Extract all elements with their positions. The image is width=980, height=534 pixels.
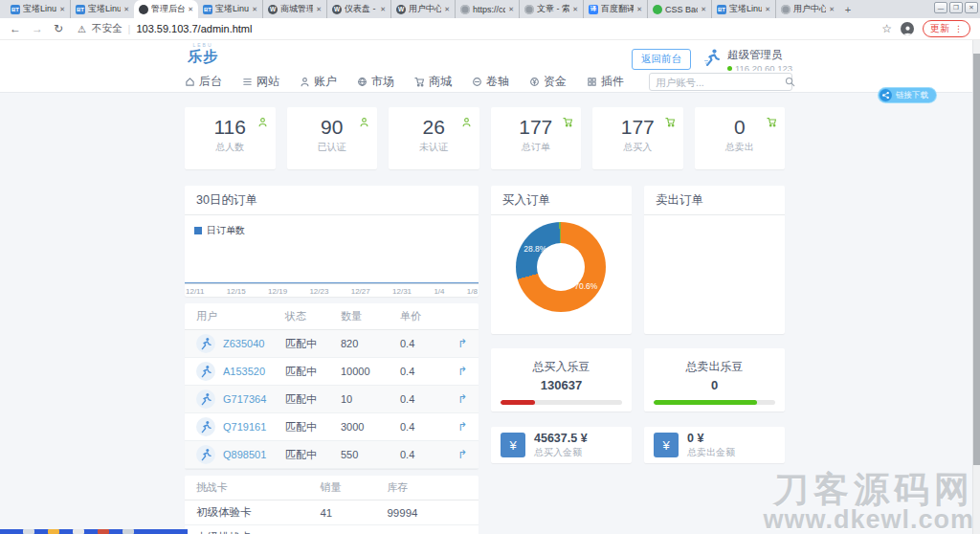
- nav-item-globe[interactable]: 市场: [357, 74, 394, 90]
- browser-tab[interactable]: W商城管理 - 3✕: [262, 0, 326, 18]
- wp-favicon: W: [268, 5, 278, 14]
- tab-close-icon[interactable]: ✕: [701, 6, 706, 13]
- browser-tab[interactable]: BT宝塔Linux面✕: [711, 0, 775, 18]
- tab-title: 管理后台: [151, 3, 185, 15]
- tab-close-icon[interactable]: ✕: [636, 6, 642, 13]
- warning-icon: ⚠: [78, 24, 86, 34]
- scroll-icon: [472, 77, 482, 87]
- nav-item-money[interactable]: 资金: [529, 74, 567, 90]
- tab-close-icon[interactable]: ✕: [252, 6, 257, 13]
- user-link[interactable]: Q719161: [223, 421, 266, 433]
- search-box[interactable]: [649, 73, 792, 91]
- nav-item-scroll[interactable]: 卷轴: [472, 74, 509, 90]
- chart-legend[interactable]: 日订单数: [194, 224, 245, 237]
- nav-item-user[interactable]: 账户: [300, 74, 337, 90]
- x-tick-label: 1/8: [467, 287, 478, 296]
- browser-tab[interactable]: 文章 - 索引✕: [519, 0, 583, 18]
- share-nodes-icon: [880, 89, 892, 101]
- address-bar[interactable]: ⚠ 不安全 | 103.59.103.7/admin.html: [78, 22, 252, 35]
- tab-close-icon[interactable]: ✕: [123, 6, 129, 13]
- browser-toolbar: ← → ↻ ⚠ 不安全 | 103.59.103.7/admin.html ☆ …: [0, 18, 980, 40]
- user-link[interactable]: G717364: [223, 393, 266, 405]
- legend-swatch: [194, 227, 202, 234]
- amount-sell-label: 总卖出金额: [687, 446, 735, 459]
- nav-item-cart[interactable]: 商城: [414, 74, 452, 90]
- order-action-arrow-icon[interactable]: ↱: [446, 392, 467, 406]
- order-row[interactable]: Q898501匹配中5500.4↱: [185, 441, 479, 469]
- line-series: [185, 256, 479, 284]
- buy-donut-chart: 70.6%28.8%: [491, 215, 632, 334]
- runner-avatar-icon: [196, 334, 215, 353]
- floating-download-badge[interactable]: 链接下载: [879, 88, 936, 102]
- browser-tab[interactable]: BT宝塔Linux面✕: [70, 0, 134, 18]
- stat-label: 已认证: [287, 141, 378, 154]
- site-logo[interactable]: LEBU 乐步: [188, 42, 218, 66]
- user-icon: [461, 114, 472, 131]
- minimize-icon[interactable]: —: [934, 2, 947, 13]
- search-icon[interactable]: [785, 74, 795, 91]
- profile-avatar-icon[interactable]: [901, 22, 914, 35]
- tab-close-icon[interactable]: ✕: [316, 6, 322, 13]
- user-icon: [300, 77, 310, 87]
- x-axis-labels: 12/1112/1512/1912/2312/2712/311/41/8: [185, 287, 479, 296]
- tab-close-icon[interactable]: ✕: [188, 6, 193, 13]
- tab-close-icon[interactable]: ✕: [829, 6, 835, 13]
- order-action-arrow-icon[interactable]: ↱: [446, 420, 467, 434]
- refresh-icon[interactable]: ↻: [54, 23, 63, 34]
- bookmark-star-icon[interactable]: ☆: [881, 22, 892, 35]
- browser-tab[interactable]: BT宝塔Linux面✕: [6, 0, 70, 18]
- browser-tab[interactable]: 用户中心 - 1✕: [775, 0, 839, 18]
- bt-favicon: BT: [203, 5, 212, 14]
- close-icon[interactable]: ✕: [965, 2, 978, 13]
- tab-close-icon[interactable]: ✕: [59, 6, 65, 13]
- browser-tab[interactable]: CSS Backgr✕: [647, 0, 711, 18]
- tab-close-icon[interactable]: ✕: [572, 6, 578, 13]
- browser-tab[interactable]: 译百度翻译-20✕: [583, 0, 647, 18]
- tab-close-icon[interactable]: ✕: [765, 6, 770, 13]
- order-user-cell: Z635040: [196, 334, 285, 353]
- order-row[interactable]: G717364匹配中100.4↱: [185, 386, 479, 413]
- user-link[interactable]: A153520: [223, 366, 265, 377]
- order-row[interactable]: Q719161匹配中30000.4↱: [185, 413, 479, 441]
- search-input[interactable]: [656, 77, 785, 88]
- x-tick-label: 1/4: [434, 287, 444, 296]
- user-link[interactable]: Z635040: [223, 338, 264, 349]
- user-link[interactable]: Q898501: [223, 449, 266, 460]
- browser-tab[interactable]: 管理后台✕: [134, 0, 198, 18]
- order-action-arrow-icon[interactable]: ↱: [446, 337, 467, 350]
- globe-favicon: [781, 5, 791, 14]
- new-tab-button[interactable]: +: [839, 0, 857, 18]
- nav-item-home[interactable]: 后台: [185, 74, 222, 90]
- tab-close-icon[interactable]: ✕: [508, 6, 514, 13]
- home-icon: [185, 77, 195, 87]
- nav-item-label: 资金: [544, 74, 567, 90]
- runner-avatar-icon: [702, 48, 722, 71]
- nav-item-list[interactable]: 网站: [242, 74, 279, 90]
- beans-buy-value: 130637: [491, 378, 632, 392]
- tab-close-icon[interactable]: ✕: [380, 6, 386, 13]
- browser-tab[interactable]: W仪表盘 - 乐✕: [326, 0, 390, 18]
- order-action-arrow-icon[interactable]: ↱: [446, 448, 467, 461]
- update-button[interactable]: 更新 ⋮: [923, 20, 970, 37]
- back-icon[interactable]: ←: [10, 23, 21, 34]
- scrollbar-thumb[interactable]: [973, 54, 980, 465]
- order-row[interactable]: A153520匹配中100000.4↱: [185, 358, 479, 386]
- browser-tab[interactable]: W用户中心-乐✕: [390, 0, 455, 18]
- restore-icon[interactable]: ❐: [949, 2, 963, 13]
- browser-tab[interactable]: BT宝塔Linux面✕: [198, 0, 262, 18]
- order-status: 匹配中: [285, 448, 341, 462]
- order-action-arrow-icon[interactable]: ↱: [446, 365, 467, 378]
- browser-tab[interactable]: https://cdn.✕: [455, 0, 519, 18]
- page-scrollbar[interactable]: [972, 40, 980, 534]
- nav-item-plugin[interactable]: 插件: [587, 74, 624, 90]
- chart-title: 30日的订单: [185, 186, 479, 215]
- toolbar-right: ☆ 更新 ⋮: [881, 20, 970, 37]
- back-to-front-button[interactable]: 返回前台: [632, 49, 691, 70]
- order-row[interactable]: Z635040匹配中8200.4↱: [185, 330, 479, 358]
- nav-item-label: 网站: [256, 74, 279, 90]
- menu-dots-icon[interactable]: ⋮: [954, 24, 963, 33]
- buy-orders-table-card: 用户 状态 数量 单价 Z635040匹配中8200.4↱A153520匹配中1…: [185, 303, 479, 469]
- forward-icon[interactable]: →: [32, 23, 43, 34]
- tab-close-icon[interactable]: ✕: [444, 6, 450, 13]
- cards-table-header: 挑战卡 销量 库存: [185, 476, 479, 501]
